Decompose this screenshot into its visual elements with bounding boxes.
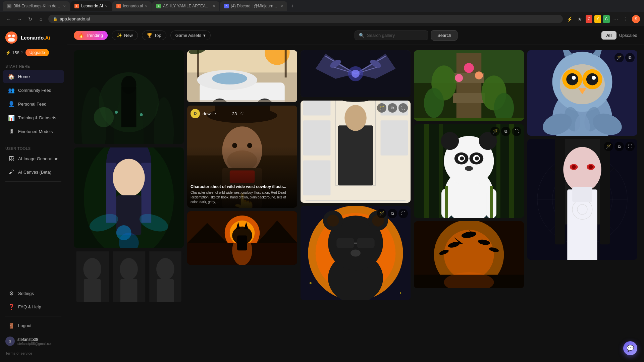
gallery-card-detective[interactable]: 🪄 ⧉ ⛶ <box>301 101 411 203</box>
new-button[interactable]: ✨ New <box>112 31 138 40</box>
game-assets-dropdown[interactable]: Game Assets ▾ <box>170 31 211 40</box>
svg-rect-34 <box>157 279 174 302</box>
gallery-card-car[interactable]: 🪄 ⛶ <box>187 50 297 102</box>
tab-2[interactable]: L Leonardo.Ai ✕ <box>70 1 112 11</box>
tab-5-close[interactable]: ✕ <box>280 4 283 8</box>
chrome-icon-2[interactable]: Y <box>594 15 601 23</box>
tab-2-close[interactable]: ✕ <box>105 4 108 8</box>
sidebar-item-training[interactable]: 📊 Training & Datasets <box>3 111 64 124</box>
search-area: 🔍 Search <box>355 30 458 41</box>
svg-rect-128 <box>414 118 524 121</box>
gallery-card-owl[interactable]: 🪄 ⧉ <box>527 50 637 136</box>
anime2-action-3[interactable]: ⛶ <box>625 142 635 151</box>
bear-action-2[interactable]: ⧉ <box>388 209 397 218</box>
search-button[interactable]: Search <box>431 30 458 41</box>
detective-action-3[interactable]: ⛶ <box>398 103 408 113</box>
gallery-card-manga[interactable]: 🪄 ⛶ <box>74 251 184 302</box>
ssl-lock-icon: 🔒 <box>53 17 58 21</box>
gallery-card-anime-girl2[interactable]: 🪄 ⧉ ⛶ <box>527 139 637 260</box>
forward-button[interactable]: → <box>15 14 24 24</box>
sidebar-item-home[interactable]: 🏠 Home <box>3 70 64 83</box>
panda-action-3[interactable]: ⛶ <box>512 127 521 136</box>
sidebar-item-personal-feed[interactable]: 👤 Personal Feed <box>3 98 64 111</box>
chrome-icon-1[interactable]: C <box>586 15 592 23</box>
more-icons[interactable]: ⋯ <box>612 15 620 23</box>
anime2-action-2[interactable]: ⧉ <box>614 142 624 151</box>
panda-action-1[interactable]: 🪄 <box>490 127 500 136</box>
sidebar-item-faq[interactable]: ❓ FAQ & Help <box>3 300 64 313</box>
svg-point-115 <box>400 292 401 294</box>
home-browser-button[interactable]: ⌂ <box>36 14 46 24</box>
upscaled-filter-button[interactable]: Upscaled <box>619 33 637 38</box>
tab-4-close[interactable]: ✕ <box>213 4 215 8</box>
finetuned-icon: 🎛 <box>8 128 15 134</box>
url-text: app.leonardo.ai <box>60 16 90 21</box>
bear-action-1[interactable]: 🪄 <box>377 209 386 218</box>
gallery-grid: 🪄 ⛶ <box>74 50 637 302</box>
sidebar-item-canvas[interactable]: 🖌 AI Canvas (Beta) <box>3 166 64 178</box>
gallery-card-dark-warrior[interactable]: 🪄 ⛶ <box>74 50 184 144</box>
detective-action-2[interactable]: ⧉ <box>388 103 397 113</box>
tab-3-favicon: L <box>116 4 121 8</box>
cowboy-desc-title: Character sheet of wild wide west cowboy… <box>191 184 294 189</box>
svg-rect-130 <box>424 124 429 218</box>
browser-profile[interactable]: S <box>632 15 640 23</box>
all-filter-button[interactable]: All <box>601 31 616 40</box>
chrome-icon-3[interactable]: G <box>603 15 610 23</box>
sidebar-item-settings[interactable]: ⚙ Settings <box>3 287 64 300</box>
user-avatar: s <box>5 337 15 346</box>
detective-action-1[interactable]: 🪄 <box>377 103 386 113</box>
tab-3[interactable]: L leonardo.ai ✕ <box>112 1 152 11</box>
owl-action-2[interactable]: ⧉ <box>625 53 635 62</box>
sidebar-item-finetuned[interactable]: 🎛 Finetuned Models <box>3 125 64 138</box>
gallery-card-cowboy[interactable]: 👆 D dewille 23 ♡ <box>187 106 297 208</box>
gallery-card-bear[interactable]: 🪄 ⧉ ⛶ <box>301 206 411 300</box>
gallery-card-flower-tower[interactable]: 🪄 ⛶ <box>414 50 524 121</box>
address-bar: ← → ↻ ⌂ 🔒 app.leonardo.ai ⚡ ★ C Y G ⋯ ⋮ … <box>0 12 644 26</box>
new-icon: ✨ <box>117 33 122 38</box>
sidebar-item-logout[interactable]: 🚪 Logout <box>3 319 64 332</box>
url-bar[interactable]: 🔒 app.leonardo.ai <box>48 15 563 23</box>
tab-3-close[interactable]: ✕ <box>145 4 148 8</box>
panda-action-2[interactable]: ⧉ <box>501 127 511 136</box>
more-browser-options[interactable]: ⋮ <box>622 15 630 23</box>
sidebar-item-image-gen[interactable]: 🖼 AI Image Generation <box>3 152 64 165</box>
gallery-card-mechanical[interactable]: 🪄 ⛶ <box>301 50 411 97</box>
search-input[interactable] <box>367 33 424 38</box>
sidebar-item-community-feed[interactable]: 👥 Community Feed <box>3 84 64 97</box>
extensions-icon[interactable]: ⚡ <box>566 15 574 23</box>
logo-area: Leonardo.Ai <box>0 32 67 49</box>
owl-action-1[interactable]: 🪄 <box>614 53 624 62</box>
tab-1[interactable]: 🖼 Bild-Erstellungs-KI in der Übers... ✕ <box>3 1 70 11</box>
upgrade-button[interactable]: Upgrade <box>25 49 49 56</box>
gallery-card-dark-birds[interactable]: 🪄 ⛶ <box>414 221 524 288</box>
svg-point-89 <box>344 105 367 131</box>
top-button[interactable]: 🏆 Top <box>142 31 166 40</box>
tab-5[interactable]: D (4) Discord | @Midjourney Bot ✕ <box>220 1 287 11</box>
gallery-card-anime-girl[interactable]: 🪄 ⛶ <box>74 147 184 248</box>
gallery-card-panda[interactable]: 🪄 ⧉ ⛶ <box>414 124 524 218</box>
bookmark-icon[interactable]: ★ <box>576 15 584 23</box>
svg-point-11 <box>121 76 137 94</box>
tab-1-close[interactable]: ✕ <box>63 4 66 8</box>
tab-4[interactable]: A ASHLY YAMILE ARTEAGA BLAN... ✕ <box>152 1 219 11</box>
svg-point-127 <box>475 71 483 79</box>
svg-rect-131 <box>509 124 514 218</box>
chat-bubble[interactable]: 💬 <box>623 341 637 355</box>
gallery-card-wolf[interactable]: 🪄 ⛶ <box>187 211 297 265</box>
anime2-action-1[interactable]: 🪄 <box>604 142 613 151</box>
new-tab-button[interactable]: + <box>288 2 297 10</box>
token-count: ⚡ 158 ? <box>5 50 23 55</box>
sidebar: Leonardo.Ai ⚡ 158 ? Upgrade Start Here 🏠… <box>0 26 67 362</box>
token-help[interactable]: ? <box>21 51 23 55</box>
logo-text: Leonardo.Ai <box>21 35 50 41</box>
reload-button[interactable]: ↻ <box>25 14 35 24</box>
username: stefanstp08 <box>17 337 61 342</box>
back-button[interactable]: ← <box>4 14 13 24</box>
trending-button[interactable]: 🔥 Trending <box>74 31 108 40</box>
bear-action-3[interactable]: ⛶ <box>398 209 408 218</box>
logout-label: Logout <box>18 323 32 328</box>
token-icon: ⚡ <box>5 50 11 55</box>
svg-rect-108 <box>336 238 354 248</box>
terms-link[interactable]: Terms of service <box>0 350 67 357</box>
